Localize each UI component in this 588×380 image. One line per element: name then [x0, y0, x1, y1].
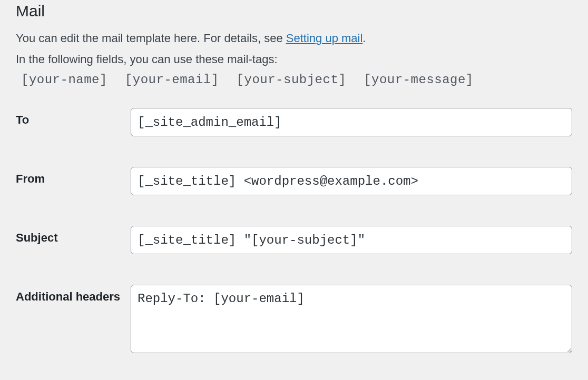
- setting-up-mail-link[interactable]: Setting up mail: [286, 32, 363, 45]
- field-row-additional-headers: Additional headers Reply-To: [your-email…: [16, 285, 572, 355]
- field-row-from: From: [16, 167, 572, 195]
- mail-tag: [your-name]: [21, 73, 107, 87]
- intro-text-1-end: .: [362, 32, 366, 45]
- to-input[interactable]: [131, 108, 572, 136]
- mail-intro-line-2: In the following fields, you can use the…: [16, 51, 572, 68]
- mail-tags-list: [your-name] [your-email] [your-subject] …: [21, 73, 572, 87]
- subject-input[interactable]: [131, 226, 572, 254]
- mail-section-title: Mail: [16, 0, 572, 20]
- from-label: From: [16, 167, 131, 186]
- subject-label: Subject: [16, 226, 131, 245]
- mail-intro-line-1: You can edit the mail template here. For…: [16, 29, 572, 47]
- additional-headers-label: Additional headers: [16, 285, 131, 304]
- field-row-subject: Subject: [16, 226, 572, 254]
- mail-tag: [your-email]: [125, 73, 219, 87]
- intro-text-1: You can edit the mail template here. For…: [16, 32, 286, 45]
- to-label: To: [16, 108, 131, 127]
- additional-headers-textarea[interactable]: Reply-To: [your-email]: [131, 285, 572, 353]
- from-input[interactable]: [131, 167, 572, 195]
- mail-tag: [your-subject]: [237, 73, 347, 87]
- field-row-to: To: [16, 108, 572, 136]
- mail-tag: [your-message]: [364, 73, 474, 87]
